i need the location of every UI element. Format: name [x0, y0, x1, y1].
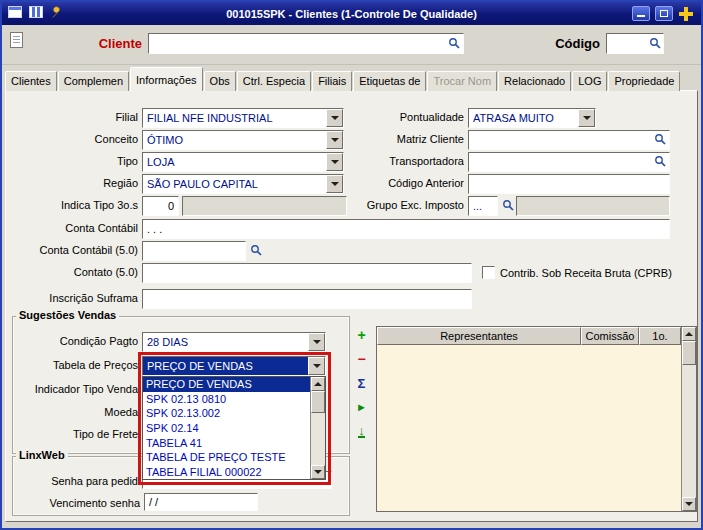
scroll-up-icon[interactable] — [311, 377, 325, 391]
download-arrow: ↓ — [358, 425, 365, 438]
inscricao-suframa-label: Inscrição Suframa — [10, 292, 138, 306]
delete-row-icon[interactable]: − — [352, 350, 371, 368]
condicao-pagto-select[interactable]: 28 DIAS — [142, 332, 326, 352]
scroll-thumb[interactable] — [311, 391, 325, 413]
indicador-tipo-venda-label: Indicador Tipo Venda — [10, 383, 138, 397]
tab-ctrl-especial[interactable]: Ctrl. Especia — [237, 71, 311, 91]
chevron-down-icon[interactable] — [578, 109, 595, 127]
tab-complemento[interactable]: Complemen — [58, 71, 129, 91]
sum-icon[interactable]: Σ — [352, 374, 371, 392]
indica-tipo-input[interactable] — [142, 196, 179, 216]
maximize-button[interactable] — [655, 6, 673, 21]
title-bar: 001015SPK - Clientes (1-Controle De Qual… — [2, 2, 701, 25]
regiao-select[interactable]: SÃO PAULO CAPITAL — [142, 174, 344, 194]
senha-pedido-label: Senha para pedid — [10, 475, 138, 489]
conceito-select[interactable]: ÓTIMO — [142, 130, 344, 150]
search-icon[interactable] — [654, 133, 667, 146]
condicao-pagto-label: Condição Pagto — [10, 335, 138, 349]
tabela-precos-dropdown-list: PREÇO DE VENDAS SPK 02.13 0810 SPK 02.13… — [142, 376, 326, 480]
scroll-up-icon[interactable] — [682, 327, 696, 341]
transportadora-label: Transportadora — [332, 155, 464, 169]
tab-log[interactable]: LOG — [572, 71, 607, 91]
tab-etiquetas[interactable]: Etiquetas de — [353, 71, 426, 91]
search-icon[interactable] — [250, 244, 263, 257]
chevron-down-icon[interactable] — [308, 357, 325, 375]
grupo-exc-imposto-input[interactable] — [468, 196, 498, 216]
regiao-value: SÃO PAULO CAPITAL — [143, 175, 326, 193]
vencimento-senha-input[interactable] — [144, 493, 258, 511]
tab-obs[interactable]: Obs — [204, 71, 236, 91]
tab-informacoes[interactable]: Informações — [130, 67, 203, 91]
plus-icon[interactable] — [678, 6, 694, 22]
dropdown-option-3[interactable]: SPK 02.14 — [143, 421, 310, 436]
codigo-label: Código — [548, 36, 600, 51]
grupo-exc-imposto-label: Grupo Exc. Imposto — [332, 199, 464, 213]
tabela-precos-value: PREÇO DE VENDAS — [143, 357, 308, 375]
tabela-precos-label: Tabela de Preços — [10, 359, 138, 373]
cliente-input[interactable] — [148, 33, 464, 54]
tipo-frete-label: Tipo de Frete — [10, 428, 138, 442]
dropdown-option-0[interactable]: PREÇO DE VENDAS — [143, 377, 310, 392]
filial-select[interactable]: FILIAL NFE INDUSTRIAL — [142, 108, 344, 128]
scroll-track[interactable] — [682, 341, 696, 497]
dropdown-option-1[interactable]: SPK 02.13 0810 — [143, 392, 310, 407]
tipo-select[interactable]: LOJA — [142, 152, 344, 172]
linxweb-title: LinxWeb — [16, 449, 68, 461]
grid-header-row: Representantes Comissão 1o. — [377, 327, 681, 345]
dropdown-scrollbar[interactable] — [310, 377, 325, 479]
codigo-anterior-label: Código Anterior — [332, 177, 464, 191]
grid-scrollbar[interactable] — [681, 327, 696, 511]
contato-50-input[interactable] — [142, 263, 472, 283]
tab-trocar-nome: Trocar Nom — [427, 71, 497, 91]
download-icon[interactable]: ↓ — [352, 422, 371, 440]
conta-contabil-50-input[interactable] — [142, 241, 246, 261]
tab-relacionado[interactable]: Relacionado — [498, 71, 571, 91]
tabela-precos-select[interactable]: PREÇO DE VENDAS — [142, 356, 326, 376]
dropdown-option-4[interactable]: TABELA 41 — [143, 435, 310, 450]
pontualidade-select[interactable]: ATRASA MUITO — [468, 108, 596, 128]
grid-body[interactable] — [377, 345, 681, 511]
pontualidade-label: Pontualidade — [332, 111, 464, 125]
conta-contabil-input[interactable] — [142, 219, 670, 239]
conceito-value: ÓTIMO — [143, 131, 326, 149]
tab-propriedades[interactable]: Propriedade — [608, 71, 680, 91]
scroll-down-icon[interactable] — [682, 497, 696, 511]
add-row-icon[interactable]: + — [352, 326, 371, 344]
grid-header-comissao: Comissão — [581, 327, 639, 345]
tipo-label: Tipo — [10, 155, 138, 169]
export-icon[interactable]: ► — [352, 398, 371, 416]
record-toolbar: Cliente Código — [2, 25, 701, 65]
app-window: 001015SPK - Clientes (1-Controle De Qual… — [0, 0, 703, 530]
tab-filiais[interactable]: Filiais — [312, 71, 352, 91]
regiao-label: Região — [10, 177, 138, 191]
minimize-button[interactable] — [632, 6, 650, 21]
dropdown-option-2[interactable]: SPK 02.13.002 — [143, 406, 310, 421]
scroll-thumb[interactable] — [682, 341, 696, 365]
dropdown-option-6[interactable]: TABELA FILIAL 000022 — [143, 464, 310, 479]
matriz-cliente-label: Matriz Cliente — [332, 133, 464, 147]
search-icon[interactable] — [448, 37, 461, 50]
transportadora-input[interactable] — [468, 152, 670, 172]
vencimento-senha-label: Vencimento senha — [10, 497, 140, 511]
indica-tipo-desc-field — [182, 196, 347, 216]
search-icon[interactable] — [649, 37, 662, 50]
contrib-cprb-checkbox[interactable] — [482, 266, 495, 279]
chevron-down-icon[interactable] — [308, 333, 325, 351]
moeda-label: Moeda — [10, 406, 138, 420]
dropdown-option-5[interactable]: TABELA DE PREÇO TESTE — [143, 450, 310, 465]
tab-clientes[interactable]: Clientes — [5, 71, 57, 91]
app-window-icon[interactable] — [8, 6, 22, 18]
record-sheet-icon[interactable] — [10, 32, 23, 48]
scroll-track[interactable] — [311, 391, 325, 465]
matriz-cliente-input[interactable] — [468, 130, 670, 150]
columns-icon[interactable] — [29, 6, 43, 18]
search-icon[interactable] — [502, 199, 515, 212]
wrench-icon[interactable] — [50, 6, 64, 22]
conceito-label: Conceito — [10, 133, 138, 147]
scroll-down-icon[interactable] — [311, 465, 325, 479]
inscricao-suframa-input[interactable] — [142, 289, 472, 309]
pontualidade-value: ATRASA MUITO — [469, 109, 578, 127]
search-icon[interactable] — [654, 155, 667, 168]
filial-label: Filial — [10, 111, 138, 125]
codigo-anterior-input[interactable] — [468, 174, 670, 194]
